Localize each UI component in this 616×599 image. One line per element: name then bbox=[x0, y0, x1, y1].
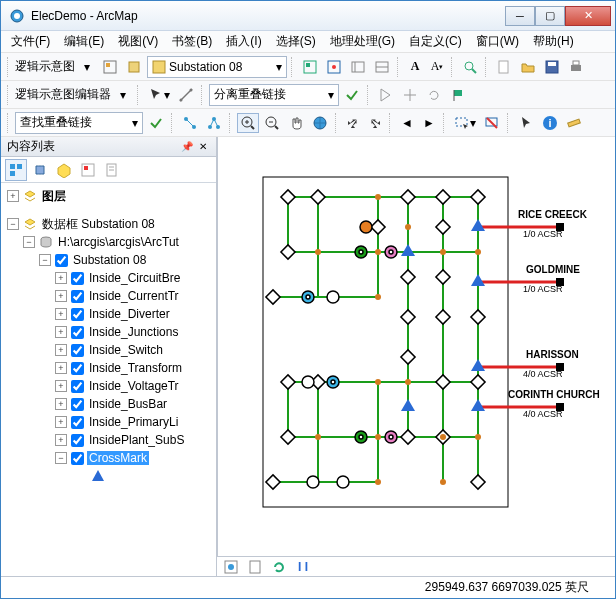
tree-layer[interactable]: −CrossMark bbox=[3, 449, 214, 467]
tool-font-a1[interactable]: A bbox=[405, 57, 425, 77]
net-tool-2[interactable] bbox=[203, 113, 225, 133]
tree-root-layers[interactable]: + 图层 bbox=[3, 187, 214, 205]
data-view-tab[interactable] bbox=[221, 557, 241, 577]
tree-layer[interactable]: +Inside_VoltageTr bbox=[3, 377, 214, 395]
substation-combo[interactable]: Substation 08 ▾ bbox=[147, 56, 287, 78]
tree-layer[interactable]: +Inside_PrimaryLi bbox=[3, 413, 214, 431]
menu-view[interactable]: 视图(V) bbox=[112, 31, 164, 52]
find-combo[interactable]: 查找重叠链接 ▾ bbox=[15, 112, 143, 134]
tool-open[interactable] bbox=[517, 57, 539, 77]
edit-tool-pointer[interactable]: ▾ bbox=[145, 85, 173, 105]
tool-search[interactable] bbox=[459, 57, 481, 77]
tool-save[interactable] bbox=[541, 57, 563, 77]
menu-file[interactable]: 文件(F) bbox=[5, 31, 56, 52]
identify-tool[interactable]: i bbox=[539, 113, 561, 133]
edit-arrow[interactable] bbox=[375, 85, 397, 105]
pan-tool[interactable] bbox=[285, 113, 307, 133]
toc-tab-selection[interactable] bbox=[77, 159, 99, 181]
prev-extent[interactable]: ◄ bbox=[397, 113, 417, 133]
layout-combo[interactable]: 分离重叠链接 ▾ bbox=[209, 84, 339, 106]
tree-layer[interactable]: +Inside_Diverter bbox=[3, 305, 214, 323]
tree-dataframe[interactable]: − 数据框 Substation 08 bbox=[3, 215, 214, 233]
layer-checkbox[interactable] bbox=[71, 380, 84, 393]
pointer-tool[interactable] bbox=[515, 113, 537, 133]
tool-select-features[interactable] bbox=[299, 57, 321, 77]
find-apply[interactable] bbox=[145, 113, 167, 133]
toc-close-icon[interactable]: ✕ bbox=[196, 140, 210, 154]
toc-tab-source[interactable] bbox=[29, 159, 51, 181]
tool-layout-2[interactable] bbox=[371, 57, 393, 77]
svg-rect-97 bbox=[401, 350, 415, 364]
tree-gdb[interactable]: − H:\arcgis\arcgis\ArcTut bbox=[3, 233, 214, 251]
feeder-label: CORINTH CHURCH bbox=[508, 389, 600, 400]
schematic-tool-2[interactable] bbox=[123, 57, 145, 77]
menu-geoprocessing[interactable]: 地理处理(G) bbox=[324, 31, 401, 52]
map-canvas[interactable]: RICE CREECK 1/0 ACSR GOLDMINE 1/0 ACSR H… bbox=[217, 137, 615, 556]
pause-draw[interactable]: I I bbox=[293, 557, 313, 577]
schematic-menu[interactable]: 逻辑示意图 bbox=[15, 58, 75, 75]
edit-flag[interactable] bbox=[447, 85, 469, 105]
layer-checkbox[interactable] bbox=[71, 344, 84, 357]
toc-tree[interactable]: + 图层 − 数据框 Substation 08 − H:\arcgis\arc… bbox=[1, 183, 216, 576]
fixed-zoom-in[interactable] bbox=[343, 113, 363, 133]
layer-checkbox[interactable] bbox=[71, 326, 84, 339]
tool-font-a2[interactable]: A▾ bbox=[427, 57, 447, 77]
tree-layer[interactable]: +Inside_Transform bbox=[3, 359, 214, 377]
toc-tab-drawing-order[interactable] bbox=[5, 159, 27, 181]
net-tool-1[interactable] bbox=[179, 113, 201, 133]
svg-rect-101 bbox=[471, 375, 485, 389]
tool-layout-1[interactable] bbox=[347, 57, 369, 77]
layout-view-tab[interactable] bbox=[245, 557, 265, 577]
dropdown-arrow-icon[interactable]: ▾ bbox=[77, 57, 97, 77]
layout-apply[interactable] bbox=[341, 85, 363, 105]
layer-checkbox[interactable] bbox=[71, 434, 84, 447]
menu-help[interactable]: 帮助(H) bbox=[527, 31, 580, 52]
layer-checkbox[interactable] bbox=[71, 452, 84, 465]
tree-feature-dataset[interactable]: − Substation 08 bbox=[3, 251, 214, 269]
edit-move[interactable] bbox=[399, 85, 421, 105]
minimize-button[interactable]: ─ bbox=[505, 6, 535, 26]
menu-select[interactable]: 选择(S) bbox=[270, 31, 322, 52]
toc-pin-icon[interactable]: 📌 bbox=[180, 140, 194, 154]
clear-select[interactable] bbox=[481, 113, 503, 133]
tool-highlight[interactable] bbox=[323, 57, 345, 77]
tree-layer[interactable]: +InsidePlant_SubS bbox=[3, 431, 214, 449]
layer-checkbox[interactable] bbox=[71, 398, 84, 411]
zoom-out-tool[interactable] bbox=[261, 113, 283, 133]
tree-layer[interactable]: +Inside_CircuitBre bbox=[3, 269, 214, 287]
menu-edit[interactable]: 编辑(E) bbox=[58, 31, 110, 52]
close-button[interactable]: ✕ bbox=[565, 6, 611, 26]
layer-checkbox[interactable] bbox=[55, 254, 68, 267]
toc-tab-options[interactable] bbox=[101, 159, 123, 181]
maximize-button[interactable]: ▢ bbox=[535, 6, 565, 26]
menu-insert[interactable]: 插入(I) bbox=[220, 31, 267, 52]
edit-rotate[interactable] bbox=[423, 85, 445, 105]
dropdown-arrow-icon[interactable]: ▾ bbox=[113, 85, 133, 105]
layer-checkbox[interactable] bbox=[71, 272, 84, 285]
menu-window[interactable]: 窗口(W) bbox=[470, 31, 525, 52]
menu-bookmarks[interactable]: 书签(B) bbox=[166, 31, 218, 52]
menu-customize[interactable]: 自定义(C) bbox=[403, 31, 468, 52]
toc-tab-visibility[interactable] bbox=[53, 159, 75, 181]
tree-layer[interactable]: +Inside_Junctions bbox=[3, 323, 214, 341]
edit-tool-line[interactable] bbox=[175, 85, 197, 105]
refresh-view[interactable] bbox=[269, 557, 289, 577]
tree-layer[interactable]: +Inside_CurrentTr bbox=[3, 287, 214, 305]
full-extent-tool[interactable] bbox=[309, 113, 331, 133]
layer-checkbox[interactable] bbox=[71, 290, 84, 303]
select-tool[interactable]: ▾ bbox=[451, 113, 479, 133]
tree-layer[interactable]: +Inside_Switch bbox=[3, 341, 214, 359]
tree-layer[interactable]: +Inside_BusBar bbox=[3, 395, 214, 413]
tool-print[interactable] bbox=[565, 57, 587, 77]
layer-checkbox[interactable] bbox=[71, 308, 84, 321]
svg-point-133 bbox=[375, 434, 381, 440]
tool-new[interactable] bbox=[493, 57, 515, 77]
measure-tool[interactable] bbox=[563, 113, 585, 133]
layer-checkbox[interactable] bbox=[71, 362, 84, 375]
schematic-tool-1[interactable] bbox=[99, 57, 121, 77]
fixed-zoom-out[interactable] bbox=[365, 113, 385, 133]
next-extent[interactable]: ► bbox=[419, 113, 439, 133]
schematic-editor-menu[interactable]: 逻辑示意图编辑器 bbox=[15, 86, 111, 103]
zoom-in-tool[interactable] bbox=[237, 113, 259, 133]
layer-checkbox[interactable] bbox=[71, 416, 84, 429]
